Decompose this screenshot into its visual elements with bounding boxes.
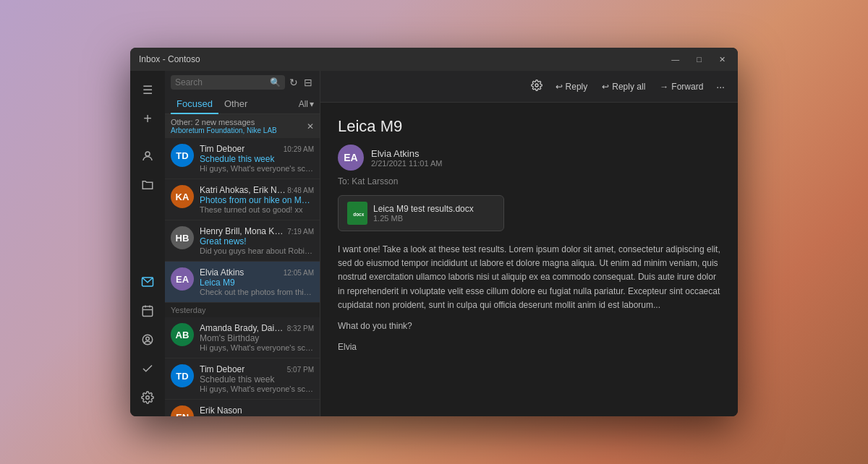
svg-text:docx: docx: [353, 212, 364, 217]
reply-icon: ↩: [556, 82, 563, 92]
search-icon[interactable]: 🔍: [270, 77, 281, 87]
sender-2: Katri Ahokas, Erik Nason: [200, 185, 286, 195]
subject-2: Photos from our hike on Maple: [200, 195, 314, 205]
svg-point-0: [145, 152, 150, 156]
sender-avatar: EA: [338, 145, 364, 171]
reply-button[interactable]: ↩ Reply: [550, 79, 594, 95]
notification-message: Other: 2 new messages: [171, 118, 277, 126]
time-5: 8:32 PM: [287, 325, 314, 332]
more-actions-button[interactable]: ···: [712, 78, 729, 95]
email-item-3[interactable]: HB Henry Brill, Mona Kane, Cecil Fe 7:19…: [165, 220, 320, 262]
window-title: Inbox - Contoso: [139, 54, 200, 64]
email-list: TD Tim Deboer 10:29 AM Schedule this wee…: [165, 138, 320, 416]
preview-4: Check out the photos from this w: [200, 288, 314, 296]
reading-toolbar: ↩ Reply ↩ Reply all → Forward ···: [320, 71, 738, 103]
svg-point-8: [146, 396, 150, 400]
date-divider-yesterday: Yesterday: [165, 303, 320, 317]
svg-rect-2: [142, 306, 153, 317]
preview-6: Hi guys, What's everyone's sche: [200, 384, 314, 393]
time-2: 8:48 AM: [287, 186, 314, 194]
subject-6: Schedule this week: [200, 374, 314, 384]
preview-1: Hi guys, What's everyone's sche: [200, 164, 314, 173]
body-signature: Elvia: [338, 340, 720, 354]
reply-all-icon: ↩: [602, 82, 609, 92]
avatar-6: TD: [171, 364, 194, 387]
notification-bar: Other: 2 new messages Arboretum Foundati…: [165, 114, 320, 138]
search-input[interactable]: [175, 77, 267, 87]
close-button[interactable]: ✕: [715, 53, 729, 66]
titlebar: Inbox - Contoso — □ ✕: [130, 48, 738, 71]
svg-point-7: [146, 337, 150, 340]
attachment-size: 1.25 MB: [373, 214, 474, 223]
sender-5: Amanda Brady, Daisy Phillips: [200, 323, 286, 333]
email-item-7[interactable]: EN Erik Nason: [165, 400, 320, 416]
preview-2: These turned out so good! xx: [200, 205, 314, 214]
todo-icon[interactable]: [135, 356, 161, 382]
avatar-3: HB: [171, 226, 194, 249]
minimize-button[interactable]: —: [668, 53, 683, 65]
avatar-4: EA: [171, 267, 194, 291]
subject-5: Mom's Birthday: [200, 333, 314, 343]
to-line: To: Kat Larsson: [338, 176, 720, 186]
people-icon[interactable]: [135, 143, 161, 169]
preview-5: Hi guys, What's everyone's sche: [200, 343, 314, 352]
attachment-name: Leica M9 test results.docx: [373, 204, 474, 214]
email-body: I want one! Take a look at these test re…: [338, 243, 720, 354]
tabs-all[interactable]: All ▾: [299, 99, 314, 109]
settings-toolbar-icon[interactable]: [527, 77, 547, 96]
forward-button[interactable]: → Forward: [654, 79, 709, 95]
svg-point-9: [535, 84, 538, 87]
email-view-title: Leica M9: [338, 117, 720, 136]
avatar-1: TD: [171, 144, 194, 167]
email-item-4[interactable]: EA Elvia Atkins 12:05 AM Leica M9 Check …: [165, 262, 320, 303]
notification-senders: Arboretum Foundation, Nike LAB: [171, 126, 277, 134]
attachment-icon: docx: [347, 202, 367, 225]
tab-focused[interactable]: Focused: [171, 94, 218, 113]
tab-other[interactable]: Other: [218, 94, 254, 113]
folder-icon[interactable]: [135, 172, 161, 198]
body-paragraph-2: What do you think?: [338, 319, 720, 333]
reading-pane: ↩ Reply ↩ Reply all → Forward ··· Leica …: [320, 71, 738, 416]
compose-icon[interactable]: +: [135, 106, 161, 132]
email-item-5[interactable]: AB Amanda Brady, Daisy Phillips 8:32 PM …: [165, 317, 320, 358]
tabs-row: Focused Other All ▾: [165, 94, 320, 114]
hamburger-icon[interactable]: ☰: [135, 77, 161, 103]
time-4: 12:05 AM: [284, 269, 314, 277]
body-paragraph-1: I want one! Take a look at these test re…: [338, 243, 720, 312]
calendar-icon[interactable]: [135, 298, 161, 324]
email-item-2[interactable]: KA Katri Ahokas, Erik Nason 8:48 AM Phot…: [165, 179, 320, 220]
main-window: Inbox - Contoso — □ ✕ ☰ +: [130, 48, 738, 416]
sender-3: Henry Brill, Mona Kane, Cecil Fe: [200, 226, 286, 236]
preview-3: Did you guys hear about Robin's: [200, 246, 314, 255]
email-item-6[interactable]: TD Tim Deboer 5:07 PM Schedule this week…: [165, 358, 320, 400]
subject-1: Schedule this week: [200, 154, 314, 164]
avatar-7: EN: [171, 405, 194, 416]
sidebar-icons: ☰ +: [130, 71, 165, 416]
subject-3: Great news!: [200, 236, 314, 246]
filter-icon[interactable]: ⊟: [302, 75, 314, 90]
subject-4: Leica M9: [200, 278, 314, 288]
sender-1: Tim Deboer: [200, 144, 244, 154]
reading-content: Leica M9 EA Elvia Atkins 2/21/2021 11:01…: [320, 103, 738, 416]
attachment-box[interactable]: docx Leica M9 test results.docx 1.25 MB: [338, 195, 504, 231]
notification-close[interactable]: ✕: [307, 121, 314, 132]
email-item-1[interactable]: TD Tim Deboer 10:29 AM Schedule this wee…: [165, 138, 320, 179]
sender-7: Erik Nason: [200, 405, 242, 416]
forward-icon: →: [660, 82, 668, 92]
sender-4: Elvia Atkins: [200, 267, 244, 278]
time-1: 10:29 AM: [284, 145, 314, 153]
window-controls: — □ ✕: [668, 53, 729, 66]
time-3: 7:19 AM: [287, 228, 314, 236]
mail-icon[interactable]: [135, 269, 161, 295]
sender-row: EA Elvia Atkins 2/21/2021 11:01 AM: [338, 145, 720, 171]
search-bar: 🔍 ↻ ⊟: [165, 71, 320, 94]
sender-name: Elvia Atkins: [371, 148, 442, 159]
reply-all-button[interactable]: ↩ Reply all: [596, 79, 651, 95]
avatar-5: AB: [171, 323, 194, 346]
refresh-icon[interactable]: ↻: [288, 75, 299, 90]
sender-6: Tim Deboer: [200, 364, 244, 374]
maximize-button[interactable]: □: [693, 53, 705, 65]
contacts-icon[interactable]: [135, 327, 161, 353]
settings-icon[interactable]: [135, 384, 161, 411]
avatar-2: KA: [171, 185, 194, 208]
